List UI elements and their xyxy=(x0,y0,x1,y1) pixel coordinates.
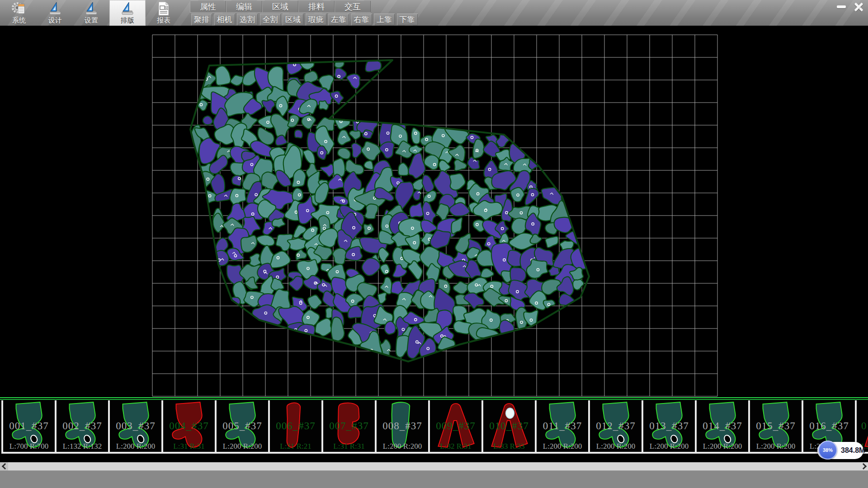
piece-lr-count: L:32 R:31 xyxy=(430,442,481,451)
app-button-label: 报表 xyxy=(157,16,170,24)
tool-button-6[interactable]: 瑕疵 xyxy=(306,14,326,25)
piece-lr-count: L:700 R:700 xyxy=(3,442,55,451)
window-controls xyxy=(835,2,864,12)
minimize-button[interactable] xyxy=(835,2,847,11)
menu-tab-2[interactable]: 编辑 xyxy=(226,1,262,12)
nested-pieces xyxy=(186,55,593,366)
piece-thumbnail-4[interactable]: 004_#37L:31 R:31 xyxy=(161,400,215,454)
nesting-canvas[interactable] xyxy=(0,26,868,397)
piece-id-label: 006_#37 xyxy=(270,420,321,432)
strip-divider-line xyxy=(0,397,868,398)
memory-value: 384.8M xyxy=(841,446,865,455)
piece-thumbnail-6[interactable]: 006_#37L:21 R:21 xyxy=(268,400,321,454)
progress-circle: 38% xyxy=(818,441,837,460)
app-button-label: 系统 xyxy=(12,16,26,24)
strip-divider-line-2 xyxy=(0,399,868,400)
piece-id-label: 012_#37 xyxy=(590,420,642,432)
app-button-label: 设置 xyxy=(85,16,98,24)
tool-button-8[interactable]: 右靠 xyxy=(351,14,372,25)
piece-lr-count: L:200 R:200 xyxy=(110,442,161,451)
piece-lr-count: L:31 R:31 xyxy=(323,442,375,451)
piece-thumbnail-2[interactable]: 002_#37L:132 R:132 xyxy=(55,400,108,454)
nesting-workspace xyxy=(0,26,868,397)
piece-thumbnail-strip: 001_#37L:700 R:700002_#37L:132 R:132003_… xyxy=(0,397,868,462)
application-window: 系统设计设置排版报表 属性编辑区域排料交互 聚排相机选割全割区域瑕疵左靠右靠上靠… xyxy=(0,0,868,488)
tool-button-3[interactable]: 选割 xyxy=(237,14,258,25)
horizontal-scrollbar[interactable] xyxy=(0,462,868,470)
menu-tab-1[interactable]: 属性 xyxy=(190,1,226,12)
set-square-icon xyxy=(84,1,99,16)
piece-id-label: 005_#37 xyxy=(217,420,268,432)
tool-button-2[interactable]: 相机 xyxy=(214,14,235,25)
piece-id-label: 001_#37 xyxy=(3,420,55,432)
piece-thumbnail-1[interactable]: 001_#37L:700 R:700 xyxy=(1,400,55,454)
piece-id-label: 009_#37 xyxy=(430,420,481,432)
piece-hole xyxy=(506,408,514,418)
piece-thumbnail-9[interactable]: 009_#37L:32 R:31 xyxy=(428,400,481,454)
piece-id-label: 011_#37 xyxy=(537,420,588,432)
menu-tab-3[interactable]: 区域 xyxy=(262,1,298,12)
piece-id-label: 007_#37 xyxy=(323,420,375,432)
piece-lr-count: L:200 R:200 xyxy=(590,442,642,451)
set-square-icon xyxy=(47,1,63,16)
piece-lr-count: L:132 R:132 xyxy=(57,442,108,451)
minimize-icon xyxy=(837,5,846,8)
tool-button-1[interactable]: 聚排 xyxy=(191,14,212,25)
system-gear-icon xyxy=(11,1,27,16)
status-bar xyxy=(0,470,868,488)
app-button-5[interactable]: 报表 xyxy=(146,0,182,26)
chevron-left-icon xyxy=(1,463,8,469)
app-button-4[interactable]: 排版 xyxy=(109,0,146,26)
menu-tab-4[interactable]: 排料 xyxy=(298,1,335,12)
progress-percent: 38% xyxy=(823,447,833,453)
report-icon xyxy=(156,1,171,16)
piece-id-label: 010_#37 xyxy=(483,420,535,432)
piece-thumbnail-11[interactable]: 011_#37L:200 R:200 xyxy=(535,400,588,454)
piece-lr-count: L:21 R:21 xyxy=(270,442,321,451)
piece-thumbnail-5[interactable]: 005_#37L:200 R:200 xyxy=(215,400,268,454)
piece-thumbnail-13[interactable]: 013_#37L:200 R:200 xyxy=(642,400,695,454)
piece-id-label: 0 xyxy=(857,420,868,432)
piece-thumbnail-10[interactable]: 010_#37L:33 R:33 xyxy=(481,400,535,454)
piece-id-label: 016_#37 xyxy=(803,420,855,432)
piece-id-label: 002_#37 xyxy=(57,420,108,432)
piece-id-label: 014_#37 xyxy=(697,420,748,432)
piece-id-label: 003_#37 xyxy=(110,420,161,432)
tool-button-7[interactable]: 左靠 xyxy=(328,14,349,25)
main-toolbar: 系统设计设置排版报表 属性编辑区域排料交互 聚排相机选割全割区域瑕疵左靠右靠上靠… xyxy=(0,0,868,26)
piece-thumbnail-3[interactable]: 003_#37L:200 R:200 xyxy=(108,400,161,454)
piece-id-label: 004_#37 xyxy=(163,420,215,432)
piece-thumbnail-8[interactable]: 008_#37L:200 R:200 xyxy=(375,400,428,454)
tool-button-4[interactable]: 全割 xyxy=(260,14,281,25)
piece-lr-count: L:200 R:200 xyxy=(377,442,428,451)
app-button-label: 排版 xyxy=(121,16,134,24)
close-icon xyxy=(854,2,863,11)
app-button-2[interactable]: 设计 xyxy=(37,0,73,26)
app-button-group: 系统设计设置排版报表 xyxy=(1,0,182,26)
piece-lr-count: L:33 R:33 xyxy=(483,442,535,451)
chevron-right-icon xyxy=(860,463,866,469)
app-button-label: 设计 xyxy=(48,16,62,24)
close-button[interactable] xyxy=(853,2,864,11)
piece-lr-count: L:200 R:200 xyxy=(217,442,268,451)
app-button-1[interactable]: 系统 xyxy=(1,0,37,26)
scroll-left-button[interactable] xyxy=(0,462,8,470)
piece-thumbnail-7[interactable]: 007_#37L:31 R:31 xyxy=(321,400,375,454)
tool-button-5[interactable]: 区域 xyxy=(283,14,303,25)
tool-button-10[interactable]: 下靠 xyxy=(397,14,418,25)
piece-lr-count: L:200 R:200 xyxy=(697,442,748,451)
menu-tab-bar: 属性编辑区域排料交互 xyxy=(190,1,371,13)
piece-thumbnail-12[interactable]: 012_#37L:200 R:200 xyxy=(588,400,642,454)
app-button-3[interactable]: 设置 xyxy=(73,0,109,26)
piece-thumbnail-14[interactable]: 014_#37L:200 R:200 xyxy=(695,400,748,454)
status-badge: 38% 384.8M xyxy=(817,442,863,459)
menu-tab-5[interactable]: 交互 xyxy=(335,1,371,12)
scroll-right-button[interactable] xyxy=(860,462,868,470)
tool-button-9[interactable]: 上靠 xyxy=(374,14,395,25)
piece-thumbnail-15[interactable]: 015_#37L:200 R:200 xyxy=(748,400,802,454)
piece-lr-count: L:200 R:200 xyxy=(537,442,588,451)
set-square-icon xyxy=(120,1,135,16)
piece-id-label: 013_#37 xyxy=(643,420,695,432)
piece-lr-count: L:200 R:200 xyxy=(643,442,695,451)
piece-lr-count: L:200 R:200 xyxy=(750,442,802,451)
